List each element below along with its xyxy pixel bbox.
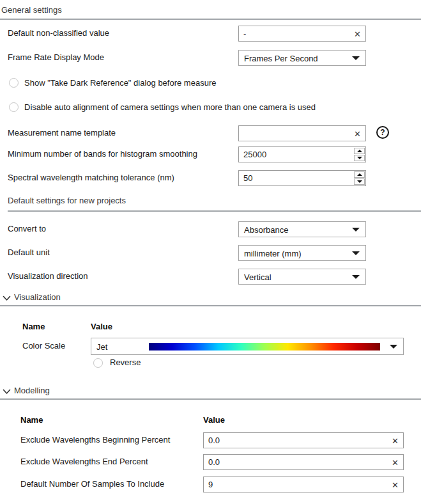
- auto-alignment-radio[interactable]: [9, 102, 19, 112]
- frame-rate-label: Frame Rate Display Mode: [8, 52, 104, 63]
- convert-to-value: Absorbance: [244, 224, 288, 234]
- non-classified-label: Default non-classified value: [8, 28, 109, 38]
- min-bands-label: Minimum number of bands for histogram sm…: [8, 149, 197, 159]
- reverse-radio[interactable]: [93, 358, 103, 368]
- direction-label: Visualization direction: [8, 271, 88, 281]
- help-icon[interactable]: ?: [376, 126, 389, 139]
- tolerance-field: [238, 170, 366, 186]
- modelling-section-title[interactable]: Modelling: [14, 386, 50, 396]
- name-column-header: Name: [22, 322, 45, 332]
- auto-alignment-radio-label[interactable]: Disable auto alignment of camera setting…: [24, 102, 316, 113]
- value-column-header: Value: [91, 322, 112, 332]
- dark-reference-radio[interactable]: [9, 78, 19, 88]
- value-column-header: Value: [203, 415, 225, 425]
- clear-icon[interactable]: ✕: [392, 480, 399, 489]
- exclude-end-field: ✕: [203, 454, 404, 470]
- spin-up-button[interactable]: [354, 148, 365, 154]
- exclude-end-label: Exclude Wavelengths End Percent: [20, 457, 148, 467]
- direction-dropdown[interactable]: Vertical: [238, 269, 366, 285]
- chevron-down-icon: [390, 345, 397, 349]
- non-classified-input[interactable]: [239, 26, 365, 41]
- section-divider: [0, 398, 421, 400]
- min-bands-input[interactable]: [239, 147, 365, 162]
- spin-up-button[interactable]: [354, 171, 365, 178]
- spinner: [354, 171, 365, 185]
- default-unit-label: Default unit: [8, 248, 50, 258]
- dark-reference-radio-label[interactable]: Show "Take Dark Reference" dialog before…: [24, 78, 216, 88]
- clear-icon[interactable]: ✕: [392, 458, 399, 466]
- measurement-template-input[interactable]: [239, 126, 365, 141]
- convert-to-label: Convert to: [8, 224, 46, 234]
- spin-down-button[interactable]: [354, 178, 365, 185]
- clear-icon[interactable]: ✕: [354, 29, 361, 38]
- section-divider: [0, 19, 421, 20]
- samples-include-label: Default Number Of Samples To Include: [20, 479, 164, 489]
- convert-to-dropdown[interactable]: Absorbance: [238, 221, 366, 237]
- frame-rate-value: Frames Per Second: [244, 53, 318, 63]
- section-divider: [0, 305, 421, 306]
- clear-icon[interactable]: ✕: [354, 129, 361, 138]
- clear-icon[interactable]: ✕: [392, 436, 399, 445]
- color-scale-dropdown[interactable]: Jet: [91, 338, 404, 355]
- samples-include-input[interactable]: [204, 477, 403, 492]
- tolerance-input[interactable]: [239, 171, 365, 185]
- chevron-down-icon: [352, 56, 360, 60]
- general-settings-title: General settings: [1, 5, 62, 15]
- tolerance-label: Spectral wavelength matching tolerance (…: [8, 173, 174, 183]
- section-divider: [8, 210, 421, 212]
- settings-panel: General settings Default non-classified …: [0, 0, 421, 504]
- name-column-header: Name: [20, 415, 43, 425]
- measurement-template-label: Measurement name template: [8, 128, 116, 138]
- samples-include-field: ✕: [203, 476, 404, 492]
- chevron-down-icon[interactable]: [3, 295, 11, 301]
- direction-value: Vertical: [244, 272, 272, 281]
- frame-rate-dropdown[interactable]: Frames Per Second: [238, 50, 366, 66]
- exclude-begin-field: ✕: [203, 432, 404, 448]
- exclude-begin-input[interactable]: [204, 433, 403, 448]
- color-scale-label: Color Scale: [22, 341, 65, 351]
- jet-gradient-bar: [149, 343, 380, 350]
- default-unit-dropdown[interactable]: millimeter (mm): [238, 245, 366, 261]
- color-scale-value: Jet: [96, 342, 107, 351]
- measurement-template-field: ✕: [238, 125, 366, 141]
- reverse-radio-label[interactable]: Reverse: [110, 358, 141, 368]
- chevron-down-icon: [352, 228, 360, 232]
- min-bands-field: [238, 146, 366, 162]
- chevron-down-icon: [352, 275, 360, 279]
- exclude-begin-label: Exclude Wavelengths Beginning Percent: [20, 435, 170, 445]
- visualization-section-title[interactable]: Visualization: [14, 292, 61, 303]
- project-defaults-title: Default settings for new projects: [8, 196, 126, 206]
- exclude-end-input[interactable]: [204, 455, 403, 469]
- chevron-down-icon[interactable]: [3, 389, 11, 395]
- chevron-down-icon: [352, 251, 360, 255]
- non-classified-field: ✕: [238, 26, 366, 42]
- spinner: [354, 148, 365, 161]
- spin-down-button[interactable]: [354, 155, 365, 161]
- default-unit-value: millimeter (mm): [244, 248, 302, 258]
